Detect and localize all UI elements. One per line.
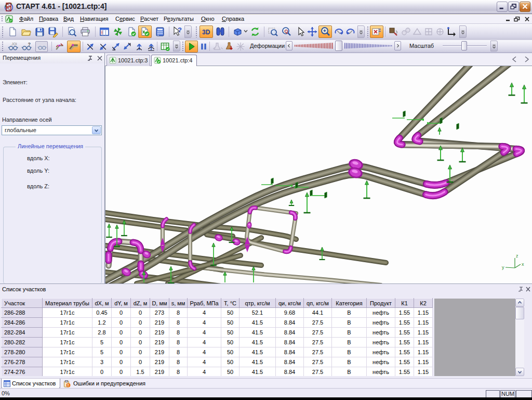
svg-text:?: ? [178, 26, 182, 34]
svg-text:!: ! [68, 383, 69, 388]
svg-text:3D: 3D [202, 29, 210, 36]
svg-text:x: x [522, 262, 524, 267]
svg-text:Q: Q [285, 29, 288, 34]
svg-text:y: y [502, 265, 504, 270]
svg-text:z: z [516, 253, 518, 259]
